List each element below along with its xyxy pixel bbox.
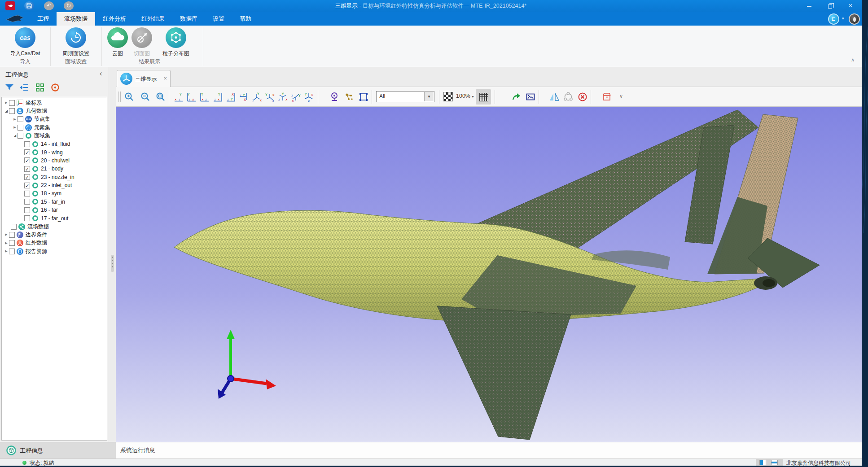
import-casdat-button[interactable]: cas 导入Cas/Dat — [2, 27, 48, 57]
ribbon-collapse-button[interactable]: ∧ — [851, 57, 855, 63]
tree-row-node-set[interactable]: ▶ 节点集 — [2, 115, 107, 123]
tree-checkbox[interactable]: ✓ — [24, 157, 30, 163]
transparency-icon[interactable] — [443, 92, 453, 101]
toolbar-grip[interactable] — [118, 92, 121, 102]
tree-checkbox[interactable]: ✓ — [24, 183, 30, 188]
tree-row-face-region[interactable]: ✓ 23 - nozzle_in — [2, 173, 107, 181]
tree-row-flowfield-data[interactable]: 流场数据 — [2, 223, 107, 231]
archive-box-icon[interactable] — [601, 92, 612, 102]
menu-item-infrared-results[interactable]: 红外结果 — [134, 12, 172, 26]
project-info-toggle-bar[interactable]: 工程信息 — [0, 442, 116, 458]
menu-item-settings[interactable]: 设置 — [205, 12, 232, 26]
tree-row-face-region[interactable]: 16 - far — [2, 206, 107, 214]
tree-checkbox[interactable] — [9, 249, 15, 254]
layout-split-horizontal-icon[interactable] — [771, 460, 778, 465]
minimize-button[interactable] — [802, 0, 817, 12]
snapshot-icon[interactable] — [525, 92, 536, 102]
view-iso-4-icon[interactable]: zxY — [290, 92, 301, 102]
share-network-icon[interactable] — [563, 92, 574, 102]
tree-checkbox[interactable]: ✓ — [24, 149, 30, 155]
splitter-handle[interactable] — [111, 255, 114, 272]
export-view-icon[interactable] — [511, 92, 522, 102]
expand-arrow[interactable]: ▶ — [12, 118, 18, 121]
view-bottom-icon[interactable]: zYX — [238, 92, 249, 102]
locate-target-icon[interactable] — [50, 83, 61, 93]
mirror-icon[interactable] — [549, 92, 560, 102]
tree-checkbox[interactable] — [18, 116, 23, 122]
theme-style-button[interactable] — [828, 13, 839, 25]
close-button[interactable]: × — [843, 0, 858, 12]
region-filter-combo[interactable]: All ▼ — [376, 91, 434, 102]
tree-row-face-region[interactable]: 18 - sym — [2, 189, 107, 197]
tree-checkbox[interactable] — [9, 232, 15, 238]
expand-arrow[interactable]: ▶ — [4, 233, 9, 236]
tree-checkbox[interactable] — [18, 133, 23, 139]
delete-icon[interactable] — [577, 92, 588, 102]
tree-checkbox[interactable] — [9, 240, 15, 246]
tree-checkbox[interactable] — [18, 125, 23, 131]
zoom-in-icon[interactable] — [124, 92, 135, 102]
zoom-level-dropdown[interactable]: 100% ▾ — [456, 93, 473, 99]
tree-row-report-resources[interactable]: ▶ 报告资源 — [2, 247, 107, 255]
sidebar-collapse-button[interactable]: ‹ — [100, 69, 102, 78]
filter-icon[interactable] — [4, 83, 15, 93]
tree-row-face-set[interactable]: ◢ 面域集 — [2, 132, 107, 140]
layout-split-vertical-icon[interactable] — [759, 460, 766, 465]
menu-item-infrared-analysis[interactable]: 红外分析 — [95, 12, 134, 26]
expand-arrow[interactable]: ▶ — [4, 241, 9, 245]
tree-row-face-region[interactable]: 14 - int_fluid — [2, 140, 107, 148]
tree-checkbox[interactable] — [9, 100, 15, 106]
tree-row-face-region[interactable]: ✓ 22 - inlet_out — [2, 181, 107, 189]
expand-arrow[interactable]: ◢ — [12, 134, 18, 138]
theme-dropdown-arrow[interactable]: ▾ — [842, 16, 844, 21]
tab-3d-display[interactable]: 三维显示 × — [117, 70, 171, 87]
tab-close-icon[interactable]: × — [163, 75, 167, 82]
theme-dark-button[interactable] — [849, 13, 860, 25]
particle-map-button[interactable]: 粒子分布图 — [153, 27, 199, 57]
view-iso-1-icon[interactable]: zYx — [251, 92, 262, 102]
tree-row-face-region[interactable]: ✓ 20 - chuiwei — [2, 157, 107, 165]
menu-item-help[interactable]: 帮助 — [232, 12, 259, 26]
view-left-icon[interactable]: xzY — [199, 92, 210, 102]
particle-trace-icon[interactable] — [344, 92, 355, 102]
view-front-icon[interactable]: xzY — [173, 92, 184, 102]
expand-arrow[interactable]: ▶ — [4, 101, 9, 105]
menu-item-flowfield-data[interactable]: 流场数据 — [57, 12, 95, 26]
combo-dropdown-icon[interactable]: ▼ — [424, 92, 434, 101]
collapse-all-icon[interactable] — [20, 83, 31, 93]
tree-checkbox[interactable] — [24, 199, 30, 205]
tree-checkbox[interactable] — [24, 215, 30, 221]
tree-checkbox[interactable]: ✓ — [24, 166, 30, 172]
view-iso-3-icon[interactable]: zYx — [277, 92, 288, 102]
grid-view-icon[interactable] — [35, 83, 46, 93]
tree-row-face-region[interactable]: ✓ 19 - wing — [2, 148, 107, 156]
expand-arrow[interactable]: ◢ — [4, 109, 9, 113]
tree-checkbox[interactable] — [11, 224, 17, 230]
view-iso-5-icon[interactable]: Yxz — [303, 92, 314, 102]
tree-checkbox[interactable] — [24, 141, 30, 147]
box-select-icon[interactable] — [358, 92, 369, 102]
tree-row-face-region[interactable]: 17 - far_out — [2, 214, 107, 222]
archive-dropdown-chevron[interactable]: ∨ — [619, 93, 623, 99]
menu-item-database[interactable]: 数据库 — [172, 12, 205, 26]
view-right-icon[interactable]: zxY — [212, 92, 223, 102]
maximize-button[interactable] — [822, 0, 837, 12]
tree-checkbox[interactable] — [24, 207, 30, 213]
view-back-icon[interactable]: zxY — [186, 92, 197, 102]
tree-checkbox[interactable] — [9, 108, 15, 114]
tree-checkbox[interactable]: ✓ — [24, 174, 30, 180]
tree-row-coordinate-system[interactable]: ▶ 坐标系 — [2, 99, 107, 107]
view-top-icon[interactable]: zYX — [225, 92, 236, 102]
mesh-toggle-button[interactable] — [476, 89, 491, 105]
tree-row-boundary-conditions[interactable]: ▶ 边界条件 — [2, 231, 107, 239]
tree-checkbox[interactable] — [24, 191, 30, 196]
tree-row-element-set[interactable]: ▶ 元素集 — [2, 123, 107, 131]
periodic-face-button[interactable]: 周期面设置 — [53, 27, 99, 57]
zoom-fit-icon[interactable] — [155, 92, 166, 102]
zoom-out-icon[interactable] — [140, 92, 151, 102]
expand-arrow[interactable]: ▶ — [12, 126, 18, 129]
view-iso-2-icon[interactable]: Yxz — [264, 92, 275, 102]
menu-item-engineering[interactable]: 工程 — [30, 12, 57, 26]
3d-viewport[interactable] — [116, 107, 862, 442]
camera-icon[interactable] — [329, 92, 340, 102]
